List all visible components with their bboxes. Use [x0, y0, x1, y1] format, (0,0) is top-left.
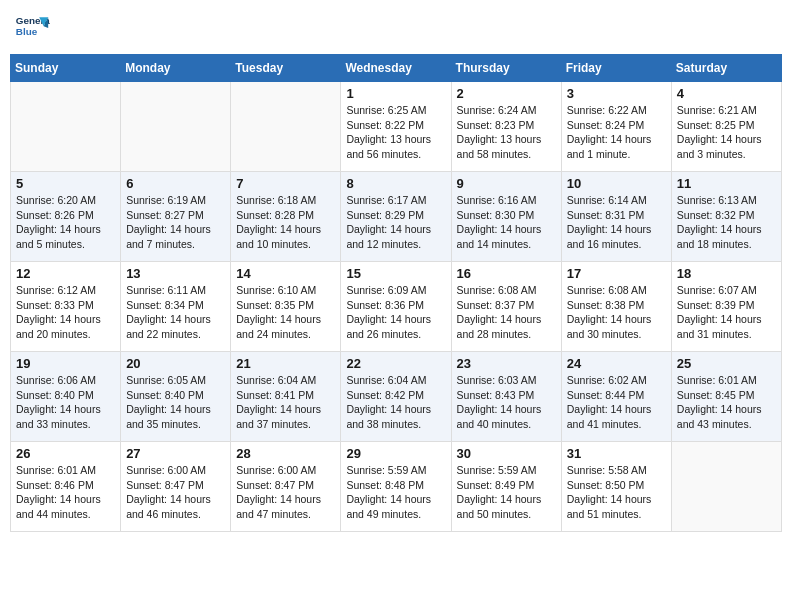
day-info: Sunrise: 6:20 AMSunset: 8:26 PMDaylight:… — [16, 193, 115, 252]
day-cell-22: 22Sunrise: 6:04 AMSunset: 8:42 PMDayligh… — [341, 352, 451, 442]
day-number: 28 — [236, 446, 335, 461]
day-info: Sunrise: 6:00 AMSunset: 8:47 PMDaylight:… — [236, 463, 335, 522]
day-number: 12 — [16, 266, 115, 281]
day-number: 3 — [567, 86, 666, 101]
day-info: Sunrise: 6:01 AMSunset: 8:45 PMDaylight:… — [677, 373, 776, 432]
day-number: 6 — [126, 176, 225, 191]
day-number: 10 — [567, 176, 666, 191]
day-number: 30 — [457, 446, 556, 461]
day-cell-27: 27Sunrise: 6:00 AMSunset: 8:47 PMDayligh… — [121, 442, 231, 532]
weekday-header-row: SundayMondayTuesdayWednesdayThursdayFrid… — [11, 55, 782, 82]
day-info: Sunrise: 6:02 AMSunset: 8:44 PMDaylight:… — [567, 373, 666, 432]
day-cell-17: 17Sunrise: 6:08 AMSunset: 8:38 PMDayligh… — [561, 262, 671, 352]
day-cell-10: 10Sunrise: 6:14 AMSunset: 8:31 PMDayligh… — [561, 172, 671, 262]
day-info: Sunrise: 6:16 AMSunset: 8:30 PMDaylight:… — [457, 193, 556, 252]
day-number: 9 — [457, 176, 556, 191]
empty-cell — [121, 82, 231, 172]
day-cell-4: 4Sunrise: 6:21 AMSunset: 8:25 PMDaylight… — [671, 82, 781, 172]
day-number: 26 — [16, 446, 115, 461]
day-number: 17 — [567, 266, 666, 281]
week-row-3: 12Sunrise: 6:12 AMSunset: 8:33 PMDayligh… — [11, 262, 782, 352]
day-info: Sunrise: 6:25 AMSunset: 8:22 PMDaylight:… — [346, 103, 445, 162]
day-number: 16 — [457, 266, 556, 281]
weekday-header-tuesday: Tuesday — [231, 55, 341, 82]
day-info: Sunrise: 6:08 AMSunset: 8:37 PMDaylight:… — [457, 283, 556, 342]
day-cell-24: 24Sunrise: 6:02 AMSunset: 8:44 PMDayligh… — [561, 352, 671, 442]
day-cell-25: 25Sunrise: 6:01 AMSunset: 8:45 PMDayligh… — [671, 352, 781, 442]
day-info: Sunrise: 6:10 AMSunset: 8:35 PMDaylight:… — [236, 283, 335, 342]
day-cell-23: 23Sunrise: 6:03 AMSunset: 8:43 PMDayligh… — [451, 352, 561, 442]
svg-text:Blue: Blue — [16, 26, 38, 37]
day-number: 14 — [236, 266, 335, 281]
day-number: 11 — [677, 176, 776, 191]
day-cell-21: 21Sunrise: 6:04 AMSunset: 8:41 PMDayligh… — [231, 352, 341, 442]
day-cell-20: 20Sunrise: 6:05 AMSunset: 8:40 PMDayligh… — [121, 352, 231, 442]
day-cell-29: 29Sunrise: 5:59 AMSunset: 8:48 PMDayligh… — [341, 442, 451, 532]
day-cell-18: 18Sunrise: 6:07 AMSunset: 8:39 PMDayligh… — [671, 262, 781, 352]
logo: General Blue — [14, 10, 50, 46]
weekday-header-thursday: Thursday — [451, 55, 561, 82]
day-cell-3: 3Sunrise: 6:22 AMSunset: 8:24 PMDaylight… — [561, 82, 671, 172]
calendar-table: SundayMondayTuesdayWednesdayThursdayFrid… — [10, 54, 782, 532]
day-info: Sunrise: 6:05 AMSunset: 8:40 PMDaylight:… — [126, 373, 225, 432]
day-info: Sunrise: 6:12 AMSunset: 8:33 PMDaylight:… — [16, 283, 115, 342]
week-row-2: 5Sunrise: 6:20 AMSunset: 8:26 PMDaylight… — [11, 172, 782, 262]
day-number: 15 — [346, 266, 445, 281]
day-info: Sunrise: 5:58 AMSunset: 8:50 PMDaylight:… — [567, 463, 666, 522]
day-number: 22 — [346, 356, 445, 371]
day-cell-14: 14Sunrise: 6:10 AMSunset: 8:35 PMDayligh… — [231, 262, 341, 352]
day-number: 23 — [457, 356, 556, 371]
weekday-header-sunday: Sunday — [11, 55, 121, 82]
day-cell-6: 6Sunrise: 6:19 AMSunset: 8:27 PMDaylight… — [121, 172, 231, 262]
day-cell-12: 12Sunrise: 6:12 AMSunset: 8:33 PMDayligh… — [11, 262, 121, 352]
day-cell-15: 15Sunrise: 6:09 AMSunset: 8:36 PMDayligh… — [341, 262, 451, 352]
weekday-header-friday: Friday — [561, 55, 671, 82]
day-cell-8: 8Sunrise: 6:17 AMSunset: 8:29 PMDaylight… — [341, 172, 451, 262]
day-info: Sunrise: 6:04 AMSunset: 8:41 PMDaylight:… — [236, 373, 335, 432]
day-number: 25 — [677, 356, 776, 371]
day-info: Sunrise: 6:14 AMSunset: 8:31 PMDaylight:… — [567, 193, 666, 252]
day-info: Sunrise: 6:09 AMSunset: 8:36 PMDaylight:… — [346, 283, 445, 342]
day-cell-9: 9Sunrise: 6:16 AMSunset: 8:30 PMDaylight… — [451, 172, 561, 262]
day-info: Sunrise: 6:22 AMSunset: 8:24 PMDaylight:… — [567, 103, 666, 162]
day-info: Sunrise: 6:11 AMSunset: 8:34 PMDaylight:… — [126, 283, 225, 342]
empty-cell — [671, 442, 781, 532]
day-number: 8 — [346, 176, 445, 191]
day-info: Sunrise: 6:21 AMSunset: 8:25 PMDaylight:… — [677, 103, 776, 162]
day-info: Sunrise: 6:24 AMSunset: 8:23 PMDaylight:… — [457, 103, 556, 162]
week-row-5: 26Sunrise: 6:01 AMSunset: 8:46 PMDayligh… — [11, 442, 782, 532]
day-cell-26: 26Sunrise: 6:01 AMSunset: 8:46 PMDayligh… — [11, 442, 121, 532]
day-number: 31 — [567, 446, 666, 461]
weekday-header-monday: Monday — [121, 55, 231, 82]
day-info: Sunrise: 6:07 AMSunset: 8:39 PMDaylight:… — [677, 283, 776, 342]
week-row-1: 1Sunrise: 6:25 AMSunset: 8:22 PMDaylight… — [11, 82, 782, 172]
day-number: 21 — [236, 356, 335, 371]
day-number: 5 — [16, 176, 115, 191]
day-cell-1: 1Sunrise: 6:25 AMSunset: 8:22 PMDaylight… — [341, 82, 451, 172]
day-number: 19 — [16, 356, 115, 371]
day-number: 18 — [677, 266, 776, 281]
day-number: 29 — [346, 446, 445, 461]
day-number: 20 — [126, 356, 225, 371]
day-number: 24 — [567, 356, 666, 371]
day-info: Sunrise: 6:01 AMSunset: 8:46 PMDaylight:… — [16, 463, 115, 522]
day-number: 27 — [126, 446, 225, 461]
day-cell-2: 2Sunrise: 6:24 AMSunset: 8:23 PMDaylight… — [451, 82, 561, 172]
day-cell-5: 5Sunrise: 6:20 AMSunset: 8:26 PMDaylight… — [11, 172, 121, 262]
day-info: Sunrise: 6:19 AMSunset: 8:27 PMDaylight:… — [126, 193, 225, 252]
day-info: Sunrise: 6:06 AMSunset: 8:40 PMDaylight:… — [16, 373, 115, 432]
day-info: Sunrise: 5:59 AMSunset: 8:48 PMDaylight:… — [346, 463, 445, 522]
day-cell-31: 31Sunrise: 5:58 AMSunset: 8:50 PMDayligh… — [561, 442, 671, 532]
day-info: Sunrise: 6:03 AMSunset: 8:43 PMDaylight:… — [457, 373, 556, 432]
day-number: 4 — [677, 86, 776, 101]
day-cell-16: 16Sunrise: 6:08 AMSunset: 8:37 PMDayligh… — [451, 262, 561, 352]
day-cell-19: 19Sunrise: 6:06 AMSunset: 8:40 PMDayligh… — [11, 352, 121, 442]
page-header: General Blue — [10, 10, 782, 46]
day-number: 1 — [346, 86, 445, 101]
day-cell-28: 28Sunrise: 6:00 AMSunset: 8:47 PMDayligh… — [231, 442, 341, 532]
day-info: Sunrise: 6:17 AMSunset: 8:29 PMDaylight:… — [346, 193, 445, 252]
day-info: Sunrise: 6:18 AMSunset: 8:28 PMDaylight:… — [236, 193, 335, 252]
day-cell-30: 30Sunrise: 5:59 AMSunset: 8:49 PMDayligh… — [451, 442, 561, 532]
day-cell-13: 13Sunrise: 6:11 AMSunset: 8:34 PMDayligh… — [121, 262, 231, 352]
week-row-4: 19Sunrise: 6:06 AMSunset: 8:40 PMDayligh… — [11, 352, 782, 442]
